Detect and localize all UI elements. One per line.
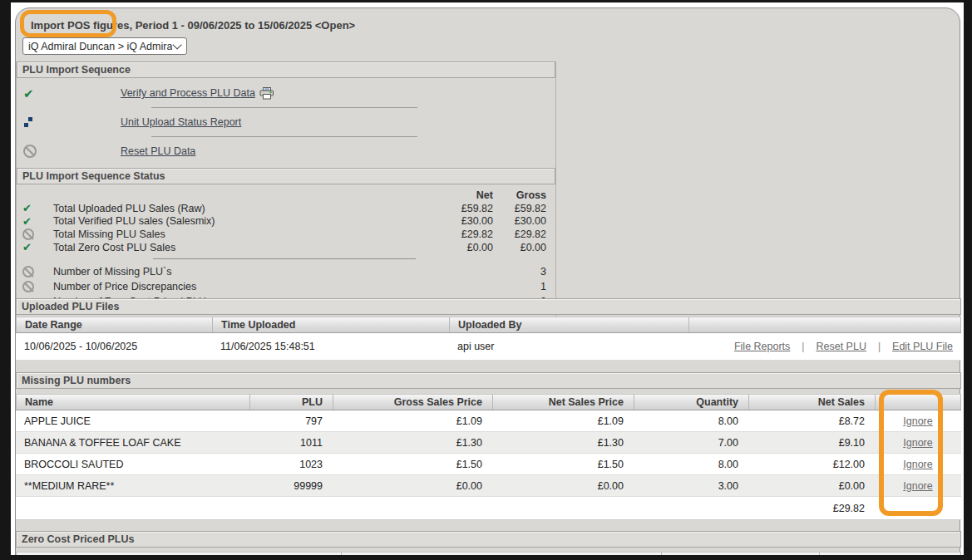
check-icon: ✔ — [23, 87, 34, 100]
plu-import-sequence-body: ✔ Verify and Process PLU Data — [17, 78, 555, 168]
blocked-icon — [22, 281, 34, 292]
status-label: Number of Missing PLU`s — [53, 266, 402, 278]
file-reports-link[interactable]: File Reports — [734, 341, 790, 352]
column-header-gross-sales-price: Gross Sales Price — [333, 395, 493, 410]
status-count-value: 1 — [493, 281, 546, 292]
status-label: Total Uploaded PLU Sales (Raw) — [53, 203, 402, 214]
plu-number: 797 — [249, 415, 333, 427]
blocked-icon — [23, 145, 37, 158]
missing-plu-row: BANANA & TOFFEE LOAF CAKE 1011 £1.30 £1.… — [16, 432, 961, 454]
plu-number: 1011 — [249, 437, 333, 449]
status-gross-value: £29.82 — [493, 228, 546, 240]
divider — [153, 258, 416, 259]
status-label: Total Verified PLU sales (Salesmix) — [53, 215, 402, 227]
page-title-highlighted: Import POS figures, — [31, 19, 132, 32]
quantity: 3.00 — [634, 480, 748, 492]
screenshot-frame: Import POS figures, Period 1 - 09/06/202… — [0, 0, 972, 560]
status-row: Total Missing PLU Sales £29.82 £29.82 — [17, 228, 546, 241]
column-header-plu: PLU — [250, 395, 333, 410]
section-header-uploaded-plu-files: Uploaded PLU Files — [16, 298, 961, 315]
divider — [151, 107, 417, 108]
status-label: Total Missing PLU Sales — [53, 228, 402, 240]
status-label: Total Zero Cost PLU Sales — [53, 242, 402, 253]
status-gross-value: £30.00 — [493, 215, 546, 227]
uploaded-file-time: 11/06/2025 15:48:51 — [212, 341, 449, 352]
site-selector-dropdown[interactable]: iQ Admiral Duncan > iQ Admiral — [22, 37, 187, 55]
column-header-net-sales-price: Net Sales Price — [493, 395, 634, 410]
uploaded-file-actions: File Reports | Reset PLU | Edit PLU File — [688, 341, 961, 352]
check-icon: ✔ — [22, 242, 32, 253]
net-sales-price: £1.09 — [492, 415, 634, 427]
column-header-name: Name — [17, 395, 250, 410]
column-header-ignore — [876, 395, 961, 410]
status-count-value: 3 — [493, 266, 546, 278]
missing-plu-table-header: Name PLU Gross Sales Price Net Sales Pri… — [16, 394, 961, 410]
net-sales: £9.10 — [748, 437, 875, 449]
link-separator: | — [802, 341, 804, 352]
ignore-link[interactable]: Ignore — [903, 480, 932, 492]
unit-upload-status-report-link[interactable]: Unit Upload Status Report — [121, 116, 241, 128]
net-sales: £12.00 — [748, 459, 875, 470]
plu-import-sequence-panel: PLU Import Sequence ✔ Verify and Process… — [16, 61, 556, 318]
zero-cost-priced-plus-section: Zero Cost Priced PLUs — [16, 531, 961, 555]
net-sales-price: £0.00 — [492, 480, 634, 492]
status-label: Number of Price Discrepancies — [53, 281, 402, 292]
plu-name: **MEDIUM RARE** — [16, 480, 249, 492]
net-sales-price: £1.50 — [492, 459, 634, 470]
import-pos-card: Import POS figures, Period 1 - 09/06/202… — [15, 7, 960, 555]
column-header-quantity: Quantity — [634, 395, 749, 410]
uploaded-file-date-range: 10/06/2025 - 10/06/2025 — [16, 341, 212, 352]
net-sales-price: £1.30 — [492, 437, 634, 449]
uploaded-file-row: 10/06/2025 - 10/06/2025 11/06/2025 15:48… — [16, 333, 961, 361]
sequence-step-unit-upload: Unit Upload Status Report — [17, 112, 555, 132]
chevron-down-icon — [172, 40, 181, 49]
section-header-zero-cost-priced-plus: Zero Cost Priced PLUs — [16, 531, 961, 548]
plu-number: 99999 — [249, 480, 333, 492]
verify-and-process-plu-data-link[interactable]: Verify and Process PLU Data — [121, 87, 255, 99]
sequence-step-reset: Reset PLU Data — [17, 141, 555, 161]
quantity: 8.00 — [634, 459, 748, 470]
status-row: ✔ Total Uploaded PLU Sales (Raw) £59.82 … — [17, 202, 546, 215]
status-column-headers: Net Gross — [17, 188, 546, 202]
net-sales: £8.72 — [748, 415, 875, 427]
gross-sales-price: £0.00 — [333, 480, 492, 492]
gross-sales-price: £1.30 — [333, 437, 492, 449]
column-header-actions — [689, 317, 961, 332]
blocked-icon — [22, 266, 34, 278]
page-title-rest: Period 1 - 09/06/2025 to 15/06/2025 <Ope… — [132, 19, 355, 32]
quantity: 8.00 — [634, 415, 748, 427]
ignore-link[interactable]: Ignore — [903, 415, 932, 427]
status-net-value: £0.00 — [402, 242, 493, 253]
page-title: Import POS figures, Period 1 - 09/06/202… — [31, 19, 355, 32]
gross-sales-price: £1.09 — [333, 415, 492, 427]
reset-plu-link[interactable]: Reset PLU — [816, 341, 866, 352]
printer-icon[interactable] — [259, 87, 274, 100]
status-net-value: £29.82 — [402, 228, 493, 240]
reset-plu-data-link[interactable]: Reset PLU Data — [121, 145, 195, 157]
edit-plu-file-link[interactable]: Edit PLU File — [892, 341, 953, 352]
page-background: Import POS figures, Period 1 - 09/06/202… — [11, 2, 964, 555]
gross-sales-price: £1.50 — [333, 459, 492, 470]
net-sales: £0.00 — [748, 480, 875, 492]
quantity: 7.00 — [634, 437, 748, 449]
divider — [151, 136, 417, 137]
gross-column-header: Gross — [493, 189, 546, 201]
status-row: ✔ Total Verified PLU sales (Salesmix) £3… — [17, 215, 546, 228]
ignore-link[interactable]: Ignore — [903, 459, 932, 470]
plu-name: APPLE JUICE — [16, 415, 249, 427]
zero-cost-table-header — [16, 552, 961, 555]
column-header-date-range: Date Range — [17, 317, 213, 332]
missing-plu-numbers-section: Missing PLU numbers Name PLU Gross Sales… — [16, 372, 961, 520]
net-column-header: Net — [402, 189, 493, 201]
ignore-link[interactable]: Ignore — [903, 437, 932, 449]
status-row: ✔ Total Zero Cost PLU Sales £0.00 £0.00 — [17, 241, 546, 254]
column-header-uploaded-by: Uploaded By — [450, 317, 689, 332]
status-gross-value: £59.82 — [493, 203, 546, 214]
blocked-icon — [22, 228, 34, 240]
uploaded-file-user: api user — [449, 341, 688, 352]
status-count-row: Number of Price Discrepancies 1 — [17, 279, 546, 294]
in-progress-icon — [23, 117, 33, 128]
missing-plu-total-row: £29.82 — [16, 497, 961, 520]
section-header-plu-import-sequence-status: PLU Import Sequence Status — [17, 168, 555, 184]
column-header-time-uploaded: Time Uploaded — [213, 317, 450, 332]
